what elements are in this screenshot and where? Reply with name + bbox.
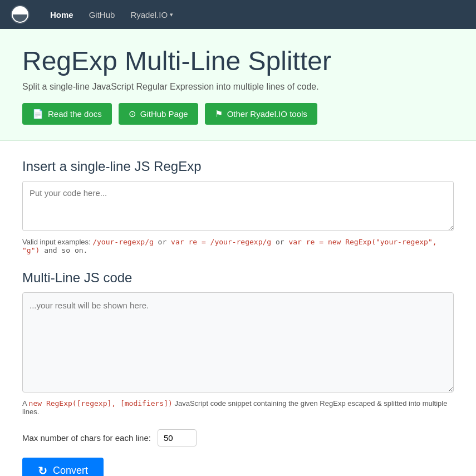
valid-examples-text: Valid input examples: /your-regexp/g or …	[22, 238, 454, 254]
brand-logo-icon	[9, 3, 31, 26]
nav-link-home[interactable]: Home	[45, 7, 79, 23]
github-page-label: GitHub Page	[140, 109, 188, 119]
nav-dropdown-ryadel[interactable]: Ryadel.IO ▾	[125, 7, 179, 23]
output-desc-code: new RegExp([regexp], [modifiers])	[29, 399, 173, 408]
examples-prefix: Valid input examples:	[22, 238, 92, 246]
other-tools-label: Other Ryadel.IO tools	[227, 109, 307, 119]
output-description: A new RegExp([regexp], [modifiers]) Java…	[22, 399, 454, 416]
refresh-icon: ↻	[38, 464, 47, 476]
or1: or	[154, 238, 171, 246]
main-content: Insert a single-line JS RegExp Valid inp…	[0, 141, 476, 476]
convert-button[interactable]: ↻ Convert	[22, 458, 104, 476]
navbar-brand	[9, 3, 31, 26]
nav-link-github[interactable]: GitHub	[84, 7, 121, 23]
tools-icon: ⚑	[215, 109, 223, 119]
hero-subtitle: Split a single-line JavaScript Regular E…	[22, 82, 454, 92]
max-chars-row: Max number of chars for each line:	[22, 429, 454, 446]
convert-label: Convert	[53, 465, 88, 476]
github-page-button[interactable]: ⊙ GitHub Page	[119, 103, 198, 125]
example2: var re = /your-regexp/g	[171, 238, 271, 246]
navbar: Home GitHub Ryadel.IO ▾	[0, 0, 476, 29]
regexp-input[interactable]	[22, 181, 454, 231]
output-area[interactable]	[22, 292, 454, 392]
navbar-links: Home GitHub Ryadel.IO ▾	[45, 7, 179, 23]
nav-dropdown-label: Ryadel.IO	[130, 10, 168, 19]
github-icon: ⊙	[129, 109, 136, 119]
input-section-title: Insert a single-line JS RegExp	[22, 159, 454, 174]
max-chars-label: Max number of chars for each line:	[22, 433, 151, 443]
hero-section: RegExp Multi-Line Splitter Split a singl…	[0, 29, 476, 141]
examples-suffix: and so on.	[40, 246, 87, 254]
other-tools-button[interactable]: ⚑ Other Ryadel.IO tools	[205, 103, 317, 125]
read-docs-button[interactable]: Read the docs	[22, 103, 112, 125]
output-desc-prefix: A	[22, 399, 29, 408]
max-chars-input[interactable]	[158, 429, 197, 446]
example1: /your-regexp/g	[92, 238, 154, 246]
chevron-down-icon: ▾	[170, 11, 173, 18]
or2: or	[271, 238, 288, 246]
hero-title: RegExp Multi-Line Splitter	[22, 47, 454, 76]
read-docs-label: Read the docs	[48, 109, 102, 119]
hero-buttons: Read the docs ⊙ GitHub Page ⚑ Other Ryad…	[22, 103, 454, 125]
doc-icon	[32, 109, 43, 119]
output-section-title: Multi-Line JS code	[22, 270, 454, 286]
